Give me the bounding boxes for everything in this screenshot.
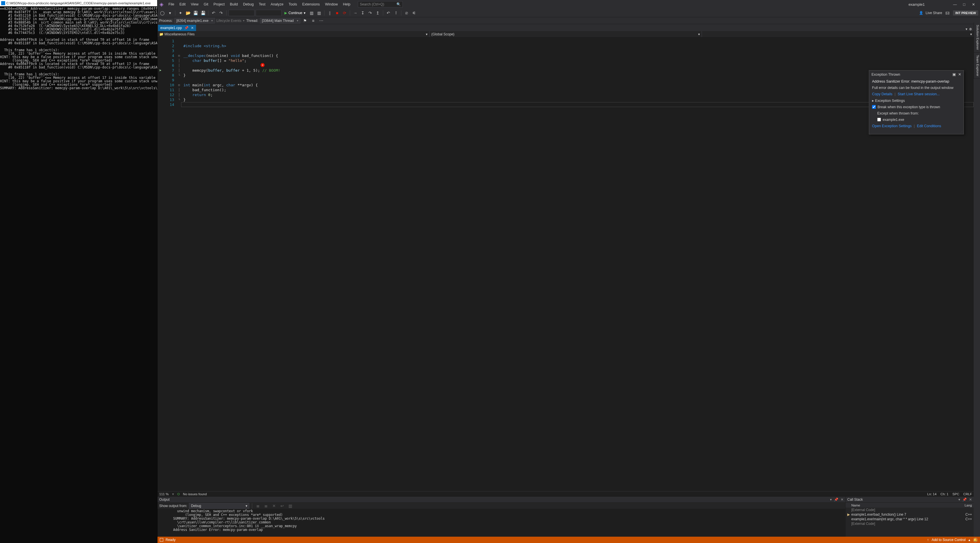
redo-icon[interactable]: ↷: [218, 10, 224, 16]
lifecycle-label[interactable]: Lifecycle Events: [216, 19, 242, 23]
edit-conditions-link[interactable]: Edit Conditions: [917, 124, 941, 128]
liveshare-icon[interactable]: 👤: [919, 11, 923, 15]
menu-edit[interactable]: Edit: [177, 1, 188, 8]
error-glyph-icon[interactable]: ✕: [261, 63, 264, 67]
process-combo[interactable]: [8264] example1.exe▾: [175, 18, 215, 24]
show-next-statement-icon[interactable]: →: [352, 10, 358, 16]
team-explorer-tab[interactable]: Team Explorer: [974, 52, 980, 79]
output-find-icon[interactable]: ≣: [255, 503, 261, 509]
search-box[interactable]: Search (Ctrl+Q) 🔍: [358, 1, 403, 8]
tab-close-icon[interactable]: ✕: [191, 26, 194, 30]
snapshot-icon[interactable]: ⎚: [403, 10, 410, 16]
menu-analyze[interactable]: Analyze: [268, 1, 286, 8]
callstack-row[interactable]: [External Code]: [846, 521, 974, 526]
console-titlebar[interactable]: C:\MSDN\cpp-docs-pr\docs\c-language\ASAN…: [0, 0, 157, 6]
continue-button[interactable]: ▶ Continue ▾: [283, 11, 307, 15]
maximize-button[interactable]: □: [961, 2, 967, 6]
indent-label[interactable]: SPC: [952, 492, 959, 496]
minimize-button[interactable]: —: [952, 2, 958, 6]
solution-explorer-tab[interactable]: Solution Explorer: [974, 22, 980, 52]
callstack-row[interactable]: [External Code]: [846, 508, 974, 512]
code-content[interactable]: #include <string.h> __declspec(noinline)…: [181, 37, 974, 491]
launch-icon[interactable]: ▥: [308, 10, 315, 16]
output-goto-icon[interactable]: ≣: [263, 503, 269, 509]
nav-scope-combo[interactable]: (Global Scope)▾: [430, 31, 702, 37]
output-pin-icon[interactable]: 📌: [834, 497, 838, 502]
solution-platform-combo[interactable]: [256, 10, 282, 16]
callstack-rows[interactable]: [External Code] ▶ example1.exe!bad_funct…: [846, 508, 974, 537]
stop-icon[interactable]: ■: [334, 10, 340, 16]
callstack-dropdown-icon[interactable]: ▾: [958, 497, 960, 502]
nav-member-combo[interactable]: ▾: [702, 31, 974, 37]
tab-add-icon[interactable]: ⊕: [969, 27, 972, 31]
callstack-columns[interactable]: Name Lang: [846, 502, 974, 508]
module-exception-checkbox[interactable]: [877, 118, 881, 121]
menu-extensions[interactable]: Extensions: [300, 1, 322, 8]
pin-icon[interactable]: 📌: [184, 26, 189, 30]
break-on-exception-checkbox[interactable]: [872, 105, 876, 109]
tab-overflow-icon[interactable]: ▾: [966, 27, 967, 31]
save-icon[interactable]: 💾: [192, 10, 199, 16]
notifications-icon[interactable]: 🔔: [973, 538, 978, 542]
output-close-icon[interactable]: ✕: [841, 497, 843, 502]
thread-combo[interactable]: [33644] Main Thread▾: [260, 18, 300, 24]
menu-window[interactable]: Window: [323, 1, 340, 8]
open-icon[interactable]: 📂: [185, 10, 191, 16]
menu-project[interactable]: Project: [211, 1, 227, 8]
feedback-icon[interactable]: 🖂: [944, 10, 951, 16]
caret-line-label[interactable]: Ln: 14: [928, 492, 937, 496]
toggle-threads-icon[interactable]: ⋯: [318, 17, 325, 24]
open-exception-settings-link[interactable]: Open Exception Settings: [872, 124, 912, 128]
start-liveshare-link[interactable]: Start Live Share session...: [898, 92, 940, 96]
add-source-control[interactable]: Add to Source Control: [932, 538, 966, 542]
callstack-row[interactable]: example1.exe!main(int argc, char * * arg…: [846, 517, 974, 521]
menu-debug[interactable]: Debug: [241, 1, 256, 8]
step-back-icon[interactable]: ↶: [385, 10, 391, 16]
menu-tools[interactable]: Tools: [286, 1, 299, 8]
caret-col-label[interactable]: Ch: 1: [940, 492, 949, 496]
step-over-icon[interactable]: ↷: [367, 10, 374, 16]
exception-settings-header[interactable]: ▸ Exception Settings: [872, 98, 961, 103]
save-all-icon[interactable]: 💾: [200, 10, 206, 16]
copy-details-link[interactable]: Copy Details: [872, 92, 892, 96]
close-button[interactable]: ✕: [970, 2, 977, 6]
menu-test[interactable]: Test: [256, 1, 268, 8]
intellitrace-icon[interactable]: ⟟: [393, 10, 399, 16]
output-text[interactable]: unwind mechanism, swapcontext or vfork (…: [158, 509, 845, 537]
document-tab-example1[interactable]: example1.cpp 📌 ✕: [158, 25, 196, 31]
callstack-pin-icon[interactable]: 📌: [963, 497, 967, 502]
callstack-close-icon[interactable]: ✕: [969, 497, 972, 502]
thread-flag-icon[interactable]: ⚑: [302, 17, 308, 24]
solution-config-combo[interactable]: [229, 10, 255, 16]
continue-dropdown-icon[interactable]: ▾: [304, 11, 305, 15]
output-wrap-icon[interactable]: ↩: [279, 503, 285, 509]
undo-icon[interactable]: ↶: [210, 10, 217, 16]
restart-icon[interactable]: ⟳: [342, 10, 348, 16]
resize-grip-icon[interactable]: ⋰: [869, 130, 964, 134]
menu-file[interactable]: File: [166, 1, 177, 8]
step-into-icon[interactable]: ↧: [360, 10, 366, 16]
step-out-icon[interactable]: ↥: [375, 10, 381, 16]
nav-back-icon[interactable]: ◯: [159, 10, 165, 16]
nav-project-combo[interactable]: 📁 Miscellaneous Files▾: [158, 31, 430, 37]
nav-fwd-icon[interactable]: ▾: [167, 10, 173, 16]
glyph-margin[interactable]: ➤: [158, 37, 163, 491]
menu-build[interactable]: Build: [228, 1, 240, 8]
code-editor[interactable]: ➤ 123 456 789 101112 1314 ⊟│││└ ⊟││└ #in…: [158, 37, 974, 491]
liveshare-label[interactable]: Live Share: [926, 11, 942, 15]
output-source-combo[interactable]: Debug▾: [189, 503, 249, 509]
hot-reload-icon[interactable]: ⚟: [411, 10, 417, 16]
exception-close-icon[interactable]: ✕: [958, 72, 961, 76]
output-program-icon[interactable]: ▥: [287, 503, 293, 509]
folding-margin[interactable]: ⊟│││└ ⊟││└: [177, 37, 181, 491]
new-project-icon[interactable]: ✦: [177, 10, 184, 16]
zoom-level[interactable]: 111 %: [159, 492, 169, 496]
target-icon[interactable]: ▥: [316, 10, 322, 16]
exception-pin-icon[interactable]: ▣: [952, 72, 956, 76]
callstack-row[interactable]: ▶ example1.exe!bad_function() Line 7 C++: [846, 512, 974, 517]
break-all-icon[interactable]: ∥: [326, 10, 333, 16]
source-control-dropdown-icon[interactable]: ▴: [969, 538, 970, 542]
console-output[interactable]: ==8264==ERROR: AddressSanitizer: memcpy-…: [0, 6, 157, 543]
menu-view[interactable]: View: [189, 1, 201, 8]
stackframe-icon[interactable]: ≡: [310, 17, 317, 24]
